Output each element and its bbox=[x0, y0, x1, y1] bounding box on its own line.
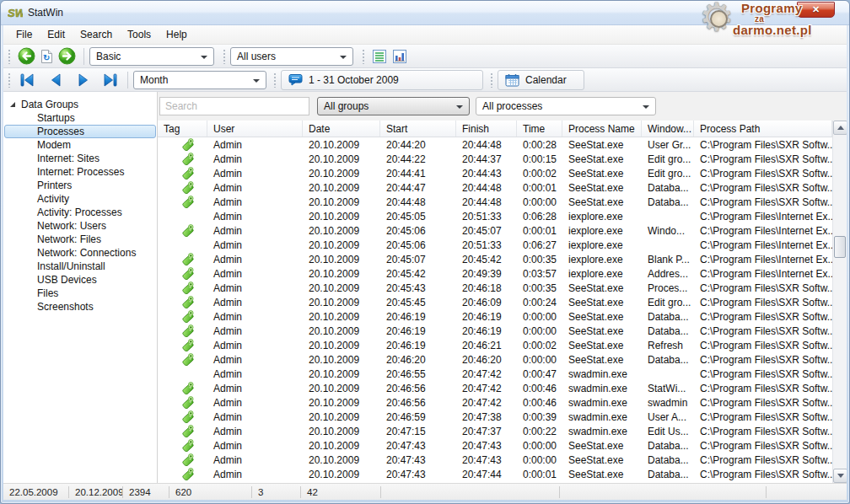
scroll-up-button[interactable] bbox=[833, 121, 847, 135]
period-select[interactable]: Month bbox=[133, 71, 266, 89]
cell-time: 0:06:27 bbox=[517, 239, 562, 251]
first-period-button[interactable] bbox=[15, 72, 39, 88]
table-row[interactable]: Admin20.10.200920:47:4320:47:430:00:00Se… bbox=[158, 453, 832, 467]
cell-finish: 20:46:18 bbox=[456, 282, 517, 294]
cell-window: swadmin bbox=[642, 397, 694, 409]
column-header-process-name[interactable]: Process Name bbox=[562, 121, 642, 137]
table-row[interactable]: Admin20.10.200920:44:4720:44:480:00:01Se… bbox=[158, 180, 832, 195]
table-row[interactable]: Admin20.10.200920:45:0520:51:330:06:28ie… bbox=[158, 209, 832, 223]
menu-search[interactable]: Search bbox=[73, 26, 120, 43]
cell-finish: 20:44:43 bbox=[456, 168, 517, 180]
table-row[interactable]: Admin20.10.200920:46:5620:47:420:00:46sw… bbox=[158, 395, 832, 410]
search-input[interactable] bbox=[159, 97, 309, 115]
table-row[interactable]: Admin20.10.200920:47:4320:47:440:00:01Se… bbox=[158, 467, 832, 481]
scroll-down-button[interactable] bbox=[833, 469, 847, 483]
cell-path: C:\Program Files\SXR Softw... bbox=[694, 383, 832, 394]
table-row[interactable]: Admin20.10.200920:46:2020:46:200:00:00Se… bbox=[158, 352, 832, 367]
sidebar-item-startups[interactable]: Startups bbox=[4, 111, 156, 125]
tree-root-data-groups[interactable]: Data Groups bbox=[3, 98, 157, 111]
sidebar-item-printers[interactable]: Printers bbox=[4, 179, 156, 192]
table-row[interactable]: Admin20.10.200920:44:2020:44:480:00:28Se… bbox=[158, 137, 832, 152]
menu-edit[interactable]: Edit bbox=[40, 26, 73, 43]
process-select[interactable]: All processes bbox=[476, 97, 656, 115]
forward-button[interactable] bbox=[56, 47, 78, 65]
menu-file[interactable]: File bbox=[8, 26, 40, 43]
table-row[interactable]: Admin20.10.200920:45:4520:46:090:00:24Se… bbox=[158, 295, 832, 309]
cell-date: 20.10.2009 bbox=[303, 153, 380, 165]
groups-select[interactable]: All groups bbox=[317, 97, 470, 115]
table-row[interactable]: Admin20.10.200920:47:4320:47:430:00:00Se… bbox=[158, 438, 832, 453]
cell-process: swadmin.exe bbox=[562, 383, 642, 394]
table-row[interactable]: Admin20.10.200920:46:1920:46:190:00:00Se… bbox=[158, 324, 832, 338]
sidebar-item-internet-sites[interactable]: Internet: Sites bbox=[4, 152, 156, 165]
chart-view-button[interactable] bbox=[390, 49, 410, 64]
toolbar-grip bbox=[223, 49, 226, 64]
tag-icon bbox=[158, 439, 207, 452]
cell-time: 0:00:35 bbox=[517, 254, 562, 265]
table-row[interactable]: Admin20.10.200920:46:1920:46:210:00:02Se… bbox=[158, 338, 832, 352]
view-select[interactable]: Basic bbox=[89, 47, 214, 66]
scrollbar-thumb[interactable] bbox=[834, 236, 846, 258]
cell-user: Admin bbox=[207, 368, 303, 380]
sidebar-item-screenshots[interactable]: Screenshots bbox=[4, 300, 156, 314]
table-row[interactable]: Admin20.10.200920:45:0720:45:420:00:35ie… bbox=[158, 252, 832, 266]
column-header-window-[interactable]: Window... bbox=[642, 121, 694, 137]
sidebar-item-files[interactable]: Files bbox=[4, 287, 156, 300]
table-row[interactable]: Admin20.10.200920:46:5920:47:380:00:39sw… bbox=[158, 410, 832, 424]
column-header-process-path[interactable]: Process Path bbox=[694, 121, 832, 137]
close-button[interactable]: ✕ bbox=[797, 2, 835, 18]
sidebar-item-usb-devices[interactable]: USB Devices bbox=[4, 273, 156, 287]
sidebar-item-activity-processes[interactable]: Activity: Processes bbox=[4, 206, 156, 219]
cell-start: 20:46:19 bbox=[380, 325, 456, 337]
table-row[interactable]: Admin20.10.200920:46:5620:47:420:00:46sw… bbox=[158, 381, 832, 395]
sidebar-item-network-connections[interactable]: Network: Connections bbox=[4, 246, 156, 260]
column-header-finish[interactable]: Finish bbox=[456, 121, 517, 137]
column-header-date[interactable]: Date bbox=[303, 121, 380, 137]
table-row[interactable]: Admin20.10.200920:44:4820:44:480:00:00Se… bbox=[158, 195, 832, 209]
cell-start: 20:45:42 bbox=[380, 268, 456, 280]
menu-tools[interactable]: Tools bbox=[120, 26, 159, 43]
sidebar-item-network-users[interactable]: Network: Users bbox=[4, 219, 156, 233]
menu-help[interactable]: Help bbox=[159, 26, 195, 43]
calendar-button[interactable]: Calendar bbox=[498, 70, 584, 90]
users-select[interactable]: All users bbox=[230, 47, 353, 66]
cell-date: 20.10.2009 bbox=[303, 411, 380, 423]
tree-expander-icon[interactable] bbox=[10, 102, 15, 107]
toolbar-separator bbox=[83, 48, 84, 65]
next-period-button[interactable] bbox=[73, 72, 94, 88]
table-row[interactable]: Admin20.10.200920:47:1520:47:370:00:22sw… bbox=[158, 424, 832, 438]
comment-bubble-icon bbox=[288, 73, 303, 86]
sidebar-item-activity[interactable]: Activity bbox=[4, 192, 156, 206]
tag-icon bbox=[158, 425, 207, 437]
table-row[interactable]: Admin20.10.200920:45:0620:45:070:00:01ie… bbox=[158, 223, 832, 238]
table-row[interactable]: Admin20.10.200920:44:4120:44:430:00:02Se… bbox=[158, 166, 832, 180]
refresh-button[interactable]: ↻ bbox=[38, 49, 56, 64]
cell-process: SeeStat.exe bbox=[562, 469, 642, 480]
list-view-button[interactable] bbox=[369, 49, 390, 64]
sidebar-item-processes[interactable]: Processes bbox=[4, 125, 156, 138]
previous-period-button[interactable] bbox=[45, 72, 67, 88]
table-row[interactable]: Admin20.10.200920:46:1920:46:190:00:00Se… bbox=[158, 309, 832, 324]
sidebar-item-install-uninstall[interactable]: Install/Uninstall bbox=[4, 260, 156, 273]
sidebar-item-modem[interactable]: Modem bbox=[4, 138, 156, 152]
column-header-tag[interactable]: Tag bbox=[158, 121, 207, 137]
cell-start: 20:47:43 bbox=[380, 440, 456, 452]
table-row[interactable]: Admin20.10.200920:44:2220:44:370:00:15Se… bbox=[158, 152, 832, 166]
column-header-user[interactable]: User bbox=[207, 121, 303, 137]
close-icon: ✕ bbox=[812, 5, 820, 14]
app-icon: SW bbox=[8, 6, 23, 19]
vertical-scrollbar[interactable] bbox=[832, 121, 847, 483]
back-button[interactable] bbox=[15, 47, 38, 65]
column-header-time[interactable]: Time bbox=[517, 121, 562, 137]
table-row[interactable]: Admin20.10.200920:45:4220:49:390:03:57ie… bbox=[158, 266, 832, 281]
cell-time: 0:00:01 bbox=[517, 182, 562, 194]
last-period-button[interactable] bbox=[99, 72, 122, 88]
sidebar-item-internet-processes[interactable]: Internet: Processes bbox=[4, 165, 156, 179]
sidebar-item-network-files[interactable]: Network: Files bbox=[4, 233, 156, 246]
table-row[interactable]: Admin20.10.200920:46:5520:47:420:00:47sw… bbox=[158, 367, 832, 381]
table-row[interactable]: Admin20.10.200920:45:4320:46:180:00:35Se… bbox=[158, 281, 832, 295]
title-bar[interactable]: SW StatWin ✕ bbox=[1, 1, 849, 25]
table-row[interactable]: Admin20.10.200920:45:0620:51:330:06:27ie… bbox=[158, 238, 832, 252]
cell-time: 0:00:35 bbox=[517, 282, 562, 294]
column-header-start[interactable]: Start bbox=[380, 121, 456, 137]
